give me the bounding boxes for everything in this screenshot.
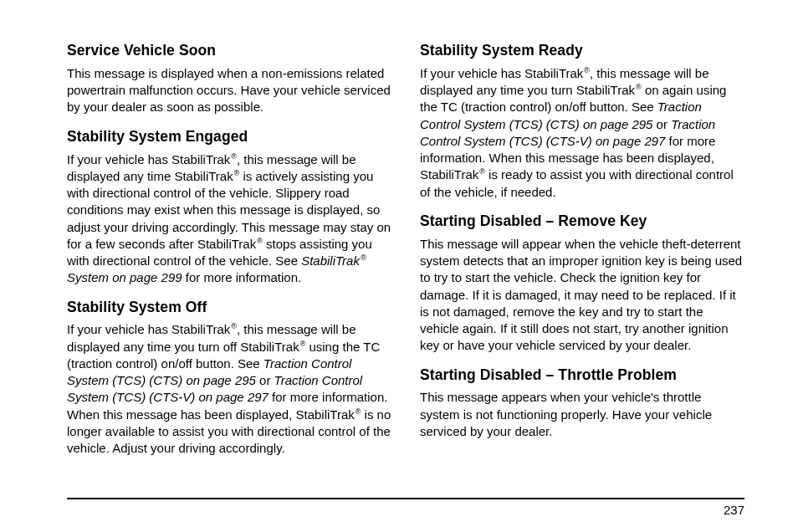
body-service-vehicle-soon: This message is displayed when a non-emi… [67, 65, 391, 116]
text-fragment: or [652, 117, 671, 131]
registered-mark-icon: ® [230, 152, 237, 161]
body-stability-engaged: If your vehicle has StabiliTrak®, this m… [67, 151, 391, 287]
text-fragment: If your vehicle has StabiliTrak [420, 66, 583, 80]
text-fragment: If your vehicle has StabiliTrak [67, 322, 230, 336]
footer-rule [67, 498, 744, 499]
registered-mark-icon: ® [583, 66, 590, 74]
heading-starting-disabled-throttle: Starting Disabled – Throttle Problem [420, 366, 744, 385]
text-fragment: StabiliTrak [301, 253, 360, 268]
registered-mark-icon: ® [360, 253, 366, 262]
two-column-layout: Service Vehicle Soon This message is dis… [67, 42, 744, 488]
heading-stability-off: Stability System Off [67, 299, 391, 317]
body-starting-disabled-throttle: This message appears when your vehicle's… [420, 389, 744, 440]
right-column: Stability System Ready If your vehicle h… [420, 42, 744, 488]
registered-mark-icon: ® [635, 83, 642, 91]
text-fragment: or [256, 373, 274, 387]
page-number: 237 [67, 503, 744, 517]
registered-mark-icon: ® [230, 322, 237, 330]
heading-starting-disabled-key: Starting Disabled – Remove Key [420, 212, 744, 231]
left-column: Service Vehicle Soon This message is dis… [67, 42, 391, 488]
body-starting-disabled-key: This message will appear when the vehicl… [420, 236, 744, 355]
heading-stability-ready: Stability System Ready [420, 42, 744, 60]
registered-mark-icon: ® [256, 237, 263, 245]
heading-service-vehicle-soon: Service Vehicle Soon [67, 42, 391, 60]
manual-page: Service Vehicle Soon This message is dis… [0, 0, 798, 532]
text-fragment: System on page 299 [67, 270, 182, 284]
body-stability-ready: If your vehicle has StabiliTrak®, this m… [420, 65, 744, 201]
heading-stability-engaged: Stability System Engaged [67, 128, 391, 146]
text-fragment: If your vehicle has StabiliTrak [67, 152, 230, 166]
body-stability-off: If your vehicle has StabiliTrak®, this m… [67, 321, 391, 457]
text-fragment: for more information. [182, 270, 302, 284]
registered-mark-icon: ® [478, 167, 485, 176]
